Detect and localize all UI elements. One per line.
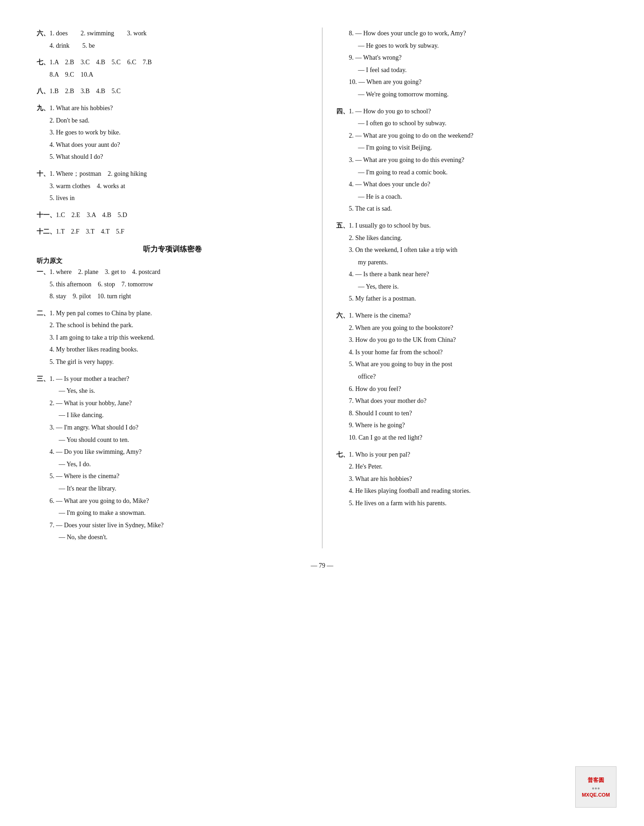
listening-san-line9: 5. — Where is the cinema? xyxy=(37,470,308,483)
right-wu-line4b: — Yes, there is. xyxy=(336,281,608,293)
right-wu-line4: 4. — Is there a bank near here? xyxy=(336,268,608,281)
listening-yi-line3: 8. stay 9. pilot 10. turn right xyxy=(37,290,308,303)
right-liu-line10: 10. Can I go at the red light? xyxy=(336,432,608,444)
section-jiu: 九、1. What are his hobbies? 2. Don't be s… xyxy=(37,102,308,163)
right-wu-line2: 2. She likes dancing. xyxy=(336,232,608,245)
listening-san-line13: 7. — Does your sister live in Sydney, Mi… xyxy=(37,519,308,532)
right-si-line9: 5. The cat is sad. xyxy=(336,203,608,215)
listening-san-line10: — It's near the library. xyxy=(37,483,308,495)
sub-title: 听力原文 xyxy=(37,257,308,265)
listening-san-line5: 3. — I'm angry. What should I do? xyxy=(37,422,308,434)
right-line10: 10. — When are you going? xyxy=(336,76,608,89)
right-wu-line3b: my parents. xyxy=(336,257,608,269)
listening-yi-title: 一、1. where 2. plane 3. get to 4. postcar… xyxy=(37,266,308,279)
section-shier: 十二、1.T 2.F 3.T 4.T 5.F xyxy=(37,226,308,238)
section-ba: 八、1.B 2.B 3.B 4.B 5.C xyxy=(37,85,308,98)
right-si-line7: 4. — What does your uncle do? xyxy=(336,179,608,191)
right-si-line3: 2. — What are you going to do on the wee… xyxy=(336,130,608,142)
right-section-continue: 8. — How does your uncle go to work, Amy… xyxy=(336,28,608,101)
listening-er-line3: 3. I am going to take a trip this weeken… xyxy=(37,332,308,344)
right-liu-line8: 8. Should I count to ten? xyxy=(336,407,608,420)
section-liu-line2: 4. drink 5. be xyxy=(37,40,308,52)
section-qi: 七、1.A 2.B 3.C 4.B 5.C 6.C 7.B 8.A 9.C 10… xyxy=(37,56,308,81)
right-line8-ans: — He goes to work by subway. xyxy=(336,40,608,52)
listening-san-line7: 4. — Do you like swimming, Amy? xyxy=(37,446,308,458)
section-shiyi-title: 十一、1.C 2.E 3.A 4.B 5.D xyxy=(37,209,308,222)
listening-san-line12: — I'm going to make a snowman. xyxy=(37,507,308,519)
right-liu-title: 六、1. Where is the cinema? xyxy=(336,310,608,322)
section-liu: 六、1. does 2. swimming 3. work 4. drink 5… xyxy=(37,28,308,52)
right-si-line6: — I'm going to read a comic book. xyxy=(336,167,608,179)
listening-section-er: 二、1. My pen pal comes to China by plane.… xyxy=(37,307,308,368)
right-liu-line4: 4. Is your home far from the school? xyxy=(336,346,608,359)
right-si-title: 四、1. — How do you go to school? xyxy=(336,106,608,118)
right-wu-line3: 3. On the weekend, I often take a trip w… xyxy=(336,244,608,257)
listening-san-line11: 6. — What are you going to do, Mike? xyxy=(37,495,308,508)
listening-yi-line2: 5. this afternoon 6. stop 7. tomorrow xyxy=(37,279,308,291)
section-shi: 十、1. Where；postman 2. going hiking 3. wa… xyxy=(37,168,308,205)
section-jiu-line3: 3. He goes to work by bike. xyxy=(37,127,308,139)
right-column: 8. — How does your uncle go to work, Amy… xyxy=(322,28,608,548)
listening-san-line6: — You should count to ten. xyxy=(37,434,308,446)
watermark-top: 普客圆 xyxy=(588,776,604,784)
right-si-line2: — I often go to school by subway. xyxy=(336,117,608,130)
watermark: 普客圆 ●●● MXQE.COM xyxy=(575,766,616,808)
section-shiyi: 十一、1.C 2.E 3.A 4.B 5.D xyxy=(37,209,308,222)
right-section-wu: 五、1. I usually go to school by bus. 2. S… xyxy=(336,220,608,305)
listening-san-line4: — I like dancing. xyxy=(37,409,308,422)
right-section-qi: 七、1. Who is your pen pal? 2. He's Peter.… xyxy=(336,449,608,510)
watermark-bottom: MXQE.COM xyxy=(582,792,610,798)
listening-er-title: 二、1. My pen pal comes to China by plane. xyxy=(37,307,308,320)
section-shi-line3: 5. lives in xyxy=(37,192,308,205)
right-qi-line4: 4. He likes playing football and reading… xyxy=(336,485,608,497)
right-liu-line6: 6. How do you feel? xyxy=(336,383,608,396)
right-qi-line2: 2. He's Peter. xyxy=(336,461,608,473)
right-section-liu: 六、1. Where is the cinema? 2. When are yo… xyxy=(336,310,608,444)
section-qi-line2: 8.A 9.C 10.A xyxy=(37,69,308,81)
listening-san-line2: — Yes, she is. xyxy=(37,385,308,397)
listening-san-line8: — Yes, I do. xyxy=(37,458,308,471)
right-si-line8: — He is a coach. xyxy=(336,191,608,203)
right-line9-ans: — I feel sad today. xyxy=(336,64,608,77)
right-section-si: 四、1. — How do you go to school? — I ofte… xyxy=(336,106,608,215)
listening-san-line3: 2. — What is your hobby, Jane? xyxy=(37,397,308,410)
right-si-line4: — I'm going to visit Beijing. xyxy=(336,142,608,154)
listening-section-san: 三、1. — Is your mother a teacher? — Yes, … xyxy=(37,373,308,544)
right-liu-line5b: office? xyxy=(336,371,608,383)
listening-section-yi: 一、1. where 2. plane 3. get to 4. postcar… xyxy=(37,266,308,303)
right-qi-title: 七、1. Who is your pen pal? xyxy=(336,449,608,461)
right-line8: 8. — How does your uncle go to work, Amy… xyxy=(336,28,608,40)
listening-er-line5: 5. The girl is very happy. xyxy=(37,356,308,368)
section-shi-title: 十、1. Where；postman 2. going hiking xyxy=(37,168,308,180)
right-liu-line3: 3. How do you go to the UK from China? xyxy=(336,334,608,346)
section-ba-title: 八、1.B 2.B 3.B 4.B 5.C xyxy=(37,85,308,98)
right-wu-line5: 5. My father is a postman. xyxy=(336,293,608,305)
listening-san-line14: — No, she doesn't. xyxy=(37,531,308,544)
right-qi-line5: 5. He lives on a farm with his parents. xyxy=(336,497,608,510)
section-jiu-line2: 2. Don't be sad. xyxy=(37,115,308,127)
right-liu-line5: 5. What are you going to buy in the post xyxy=(336,358,608,371)
page-number: — 79 — xyxy=(37,562,607,569)
listening-san-title: 三、1. — Is your mother a teacher? xyxy=(37,373,308,385)
section-jiu-line4: 4. What does your aunt do? xyxy=(37,139,308,151)
right-qi-line3: 3. What are his hobbies? xyxy=(336,473,608,486)
listening-er-line4: 4. My brother likes reading books. xyxy=(37,344,308,356)
center-title: 听力专项训练密卷 xyxy=(37,245,308,254)
page-container: 六、1. does 2. swimming 3. work 4. drink 5… xyxy=(37,28,607,548)
watermark-divider: ●●● xyxy=(592,786,600,791)
section-shier-title: 十二、1.T 2.F 3.T 4.T 5.F xyxy=(37,226,308,238)
right-line9: 9. — What's wrong? xyxy=(336,52,608,64)
right-liu-line7: 7. What does your mother do? xyxy=(336,395,608,407)
section-liu-title: 六、1. does 2. swimming 3. work xyxy=(37,28,308,40)
right-line10-ans: — We're going tomorrow morning. xyxy=(336,89,608,101)
listening-er-line2: 2. The school is behind the park. xyxy=(37,319,308,332)
section-shi-line2: 3. warm clothes 4. works at xyxy=(37,180,308,193)
right-liu-line2: 2. When are you going to the bookstore? xyxy=(336,322,608,335)
section-qi-title: 七、1.A 2.B 3.C 4.B 5.C 6.C 7.B xyxy=(37,56,308,69)
left-column: 六、1. does 2. swimming 3. work 4. drink 5… xyxy=(37,28,322,548)
section-jiu-line5: 5. What should I do? xyxy=(37,151,308,163)
section-jiu-title: 九、1. What are his hobbies? xyxy=(37,102,308,115)
right-liu-line9: 9. Where is he going? xyxy=(336,419,608,432)
right-si-line5: 3. — What are you going to do this eveni… xyxy=(336,154,608,167)
right-wu-title: 五、1. I usually go to school by bus. xyxy=(336,220,608,232)
